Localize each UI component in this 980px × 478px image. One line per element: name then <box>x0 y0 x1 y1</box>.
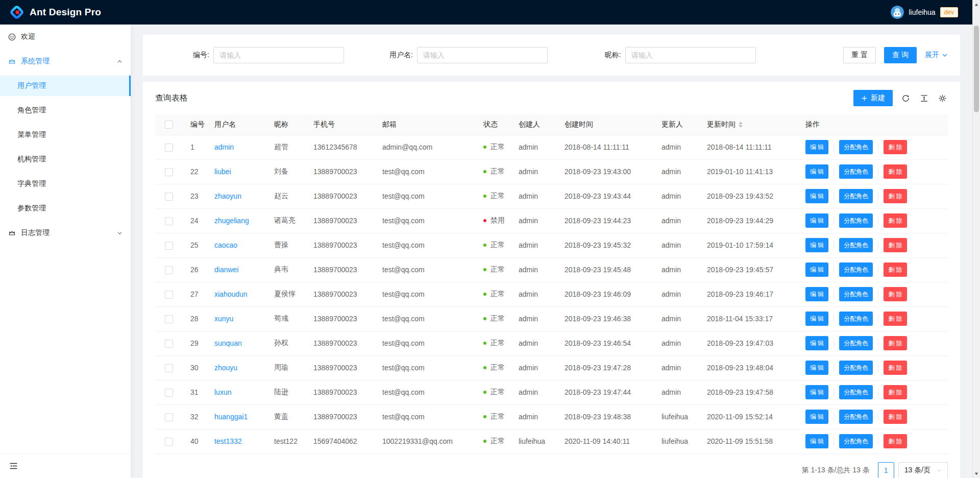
sidebar-item-menu-management[interactable]: 菜单管理 <box>0 125 131 145</box>
nickname-field[interactable] <box>625 47 756 63</box>
row-checkbox[interactable] <box>165 266 173 274</box>
row-checkbox[interactable] <box>165 438 173 446</box>
sidebar-item-dict-management[interactable]: 字典管理 <box>0 174 131 194</box>
username-link[interactable]: test1332 <box>214 437 242 445</box>
delete-button[interactable]: 删 除 <box>884 262 906 277</box>
edit-button[interactable]: 编 辑 <box>805 336 828 350</box>
assign-role-button[interactable]: 分配角色 <box>839 361 873 375</box>
cell-id: 26 <box>182 257 206 282</box>
assign-role-button[interactable]: 分配角色 <box>839 164 873 179</box>
assign-role-button[interactable]: 分配角色 <box>839 189 873 203</box>
app-logo[interactable]: Ant Design Pro <box>0 5 101 20</box>
username-link[interactable]: dianwei <box>214 266 238 274</box>
edit-button[interactable]: 编 辑 <box>805 140 828 154</box>
edit-button[interactable]: 编 辑 <box>805 164 828 179</box>
username-link[interactable]: caocao <box>214 241 237 249</box>
vertical-scrollbar[interactable] <box>972 0 980 478</box>
delete-button[interactable]: 删 除 <box>884 312 906 326</box>
query-button[interactable]: 查 询 <box>884 47 917 63</box>
page-1-button[interactable]: 1 <box>878 462 894 478</box>
delete-button[interactable]: 删 除 <box>884 385 906 399</box>
row-checkbox[interactable] <box>165 168 173 176</box>
column-header-updated[interactable]: 更新时间 <box>699 114 797 135</box>
page-size-select[interactable]: 13 条/页 <box>898 462 948 478</box>
delete-button[interactable]: 删 除 <box>884 213 906 228</box>
username-link[interactable]: liubei <box>214 168 231 176</box>
select-all-checkbox[interactable] <box>165 121 173 129</box>
assign-role-button[interactable]: 分配角色 <box>839 262 873 277</box>
delete-button[interactable]: 删 除 <box>884 410 906 424</box>
edit-button[interactable]: 编 辑 <box>805 287 828 301</box>
row-checkbox[interactable] <box>165 364 173 372</box>
cell-email: test@qq.com <box>374 282 475 306</box>
delete-button[interactable]: 删 除 <box>884 361 906 375</box>
row-checkbox[interactable] <box>165 291 173 299</box>
assign-role-button[interactable]: 分配角色 <box>839 312 873 326</box>
sidebar-item-org-management[interactable]: 机构管理 <box>0 149 131 170</box>
edit-button[interactable]: 编 辑 <box>805 385 828 399</box>
user-menu[interactable]: liufeihua dev <box>891 6 972 19</box>
username-link[interactable]: zhaoyun <box>214 192 241 200</box>
row-checkbox[interactable] <box>165 144 173 152</box>
cell-phone: 13889700023 <box>305 355 374 380</box>
row-checkbox[interactable] <box>165 217 173 225</box>
row-checkbox[interactable] <box>165 242 173 250</box>
delete-button[interactable]: 删 除 <box>884 164 906 179</box>
edit-button[interactable]: 编 辑 <box>805 238 828 252</box>
delete-button[interactable]: 删 除 <box>884 336 906 350</box>
delete-button[interactable]: 删 除 <box>884 287 906 301</box>
scroll-down-arrow[interactable] <box>973 470 980 477</box>
sort-carets-icon[interactable] <box>739 122 743 128</box>
assign-role-button[interactable]: 分配角色 <box>839 434 873 448</box>
username-link[interactable]: luxun <box>214 388 231 396</box>
username-field[interactable] <box>417 47 548 63</box>
delete-button[interactable]: 删 除 <box>884 189 906 203</box>
settings-icon[interactable] <box>937 93 948 104</box>
username-link[interactable]: xunyu <box>214 315 233 323</box>
assign-role-button[interactable]: 分配角色 <box>839 213 873 228</box>
scroll-up-arrow[interactable] <box>973 1 980 8</box>
edit-button[interactable]: 编 辑 <box>805 361 828 375</box>
username-link[interactable]: admin <box>214 143 234 151</box>
sidebar-item-welcome[interactable]: 欢迎 <box>0 27 131 47</box>
scrollbar-thumb[interactable] <box>974 26 979 112</box>
assign-role-button[interactable]: 分配角色 <box>839 238 873 252</box>
new-button[interactable]: 新建 <box>853 90 893 106</box>
username-link[interactable]: zhugeliang <box>214 217 249 225</box>
edit-button[interactable]: 编 辑 <box>805 213 828 228</box>
reset-button[interactable]: 重 置 <box>843 47 876 63</box>
username-link[interactable]: sunquan <box>214 339 242 347</box>
edit-button[interactable]: 编 辑 <box>805 189 828 203</box>
reload-icon[interactable] <box>900 93 911 104</box>
delete-button[interactable]: 删 除 <box>884 140 906 154</box>
column-height-icon[interactable] <box>919 93 929 104</box>
sidebar-item-user-management[interactable]: 用户管理 <box>0 76 131 96</box>
row-checkbox[interactable] <box>165 389 173 397</box>
username-link[interactable]: xiahoudun <box>214 290 248 298</box>
username-link[interactable]: huanggai1 <box>214 413 248 421</box>
row-checkbox[interactable] <box>165 340 173 348</box>
sidebar-item-param-management[interactable]: 参数管理 <box>0 198 131 219</box>
expand-toggle[interactable]: 展开 <box>925 51 948 60</box>
edit-button[interactable]: 编 辑 <box>805 312 828 326</box>
assign-role-button[interactable]: 分配角色 <box>839 410 873 424</box>
assign-role-button[interactable]: 分配角色 <box>839 287 873 301</box>
edit-button[interactable]: 编 辑 <box>805 434 828 448</box>
edit-button[interactable]: 编 辑 <box>805 262 828 277</box>
delete-button[interactable]: 删 除 <box>884 434 906 448</box>
row-checkbox[interactable] <box>165 315 173 323</box>
assign-role-button[interactable]: 分配角色 <box>839 140 873 154</box>
row-checkbox[interactable] <box>165 413 173 421</box>
sidebar-submenu-system[interactable]: 系统管理 <box>0 51 131 71</box>
assign-role-button[interactable]: 分配角色 <box>839 336 873 350</box>
cell-actions: 编 辑分配角色删 除 <box>797 184 948 208</box>
sidebar-submenu-logs[interactable]: 日志管理 <box>0 223 131 243</box>
assign-role-button[interactable]: 分配角色 <box>839 385 873 399</box>
username-link[interactable]: zhouyu <box>214 364 237 372</box>
row-checkbox[interactable] <box>165 193 173 201</box>
sidebar-item-role-management[interactable]: 角色管理 <box>0 100 131 121</box>
edit-button[interactable]: 编 辑 <box>805 410 828 424</box>
sidebar-collapse-trigger[interactable] <box>0 453 131 478</box>
delete-button[interactable]: 删 除 <box>884 238 906 252</box>
id-field[interactable] <box>213 47 344 63</box>
